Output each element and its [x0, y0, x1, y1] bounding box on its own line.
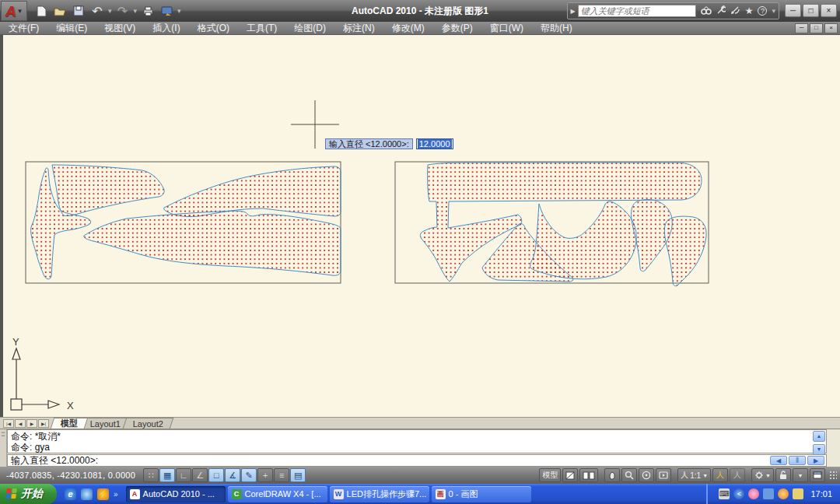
menu-help[interactable]: 帮助(H) — [532, 22, 581, 35]
drawing-quickview-button[interactable] — [579, 468, 598, 482]
undo-dropdown[interactable]: ▾ — [108, 7, 112, 15]
taskbar-task-paint[interactable]: 画 0 - 画图 — [432, 486, 531, 502]
tab-next-button[interactable]: ▶ — [26, 419, 37, 428]
statusbar-menu-button[interactable]: ▼ — [793, 468, 808, 482]
pattern-piece-right-teardrop-2[interactable] — [664, 216, 706, 286]
scroll-left-icon[interactable]: ◀ — [770, 456, 787, 465]
showmotion-button[interactable] — [656, 468, 671, 482]
tab-last-button[interactable]: ▶| — [38, 419, 49, 428]
new-file-button[interactable] — [33, 3, 49, 19]
dynamic-ucs-toggle[interactable]: ✎ — [241, 468, 257, 482]
command-line-hscrollbar[interactable]: ◀ ⫼ ▶ — [770, 456, 824, 465]
layout-quickview-button[interactable] — [562, 468, 578, 482]
scroll-right-icon[interactable]: ▶ — [807, 456, 824, 465]
model-space-button[interactable]: 模型 — [539, 468, 561, 482]
communication-center-icon[interactable] — [730, 5, 740, 16]
taskbar-task-coreldraw[interactable]: C CorelDRAW X4 - [... — [228, 486, 327, 502]
favorites-star-icon[interactable]: ★ — [745, 6, 754, 16]
minimize-button[interactable]: ─ — [785, 4, 801, 17]
pattern-piece-right-saddle[interactable] — [530, 201, 636, 279]
drawing-area[interactable]: Y X 输入直径 <12.0000>: 12.0000 — [0, 35, 840, 417]
lightning-app-icon[interactable]: ⚡ — [97, 488, 109, 500]
dynamic-input-toggle[interactable]: + — [257, 468, 273, 482]
undo-button[interactable]: ↶ — [89, 3, 105, 19]
hscroll-thumb[interactable]: ⫼ — [789, 456, 806, 465]
tab-prev-button[interactable]: ◀ — [15, 419, 26, 428]
zoom-button[interactable] — [621, 468, 637, 482]
command-input-line[interactable]: 输入直径 <12.0000>: ◀ ⫼ ▶ — [7, 454, 827, 467]
qq-orange-tray-icon[interactable] — [778, 488, 789, 499]
command-history-scrollbar[interactable]: ▲ ▼ — [813, 431, 825, 455]
annotation-scale-button[interactable]: 人 1:1 ▼ — [677, 468, 711, 482]
tab-layout2[interactable]: Layout2 — [123, 418, 174, 429]
toolbar-lock-button[interactable] — [775, 468, 791, 482]
redo-dropdown[interactable]: ▾ — [134, 7, 138, 15]
annotation-visibility-button[interactable]: 人 — [712, 468, 728, 482]
redo-button[interactable]: ↷ — [115, 3, 131, 19]
command-history[interactable]: 命令: *取消*命令: gya ▲ ▼ — [7, 429, 827, 453]
menu-dimension[interactable]: 标注(N) — [334, 22, 383, 35]
quick-launch-expand-icon[interactable]: » — [114, 490, 118, 499]
coordinate-readout[interactable]: -4037.0835, -4230.1081, 0.0000 — [6, 471, 135, 480]
tab-model[interactable]: 模型 — [51, 418, 89, 429]
annotation-autoscale-button[interactable]: 人 — [730, 468, 745, 482]
plot-preview-button[interactable] — [159, 3, 174, 19]
hide-tray-icons-chevron[interactable]: < — [733, 488, 744, 499]
menu-format[interactable]: 格式(O) — [189, 22, 238, 35]
menu-view[interactable]: 视图(V) — [96, 22, 144, 35]
scroll-up-icon[interactable]: ▲ — [813, 431, 825, 442]
workspace-switch-button[interactable]: ▼ — [751, 468, 774, 482]
qat-customize-dropdown[interactable]: ▾ — [177, 7, 181, 15]
open-file-button[interactable] — [52, 3, 68, 19]
quick-properties-toggle[interactable]: ▤ — [290, 468, 306, 482]
help-dropdown[interactable]: ▾ — [772, 7, 775, 15]
restore-button[interactable]: □ — [803, 4, 819, 17]
doc-restore-button[interactable]: □ — [810, 23, 823, 33]
search-expand-icon[interactable]: ▶ — [571, 8, 576, 15]
resize-grip[interactable] — [830, 471, 837, 479]
taskbar-task-word-doc[interactable]: W LED排孔操作步骤7... — [330, 486, 429, 502]
app-menu-button[interactable]: A ▼ — [1, 1, 27, 21]
menu-parametric[interactable]: 参数(P) — [433, 22, 481, 35]
network-tray-icon[interactable] — [763, 488, 774, 499]
menu-file[interactable]: 文件(F) — [0, 22, 47, 35]
subscription-wrench-icon[interactable] — [716, 5, 726, 16]
object-snap-toggle[interactable]: □ — [208, 468, 224, 482]
menu-insert[interactable]: 插入(I) — [144, 22, 188, 35]
pattern-piece-left-bottom-band[interactable] — [84, 211, 341, 275]
search-input[interactable] — [578, 5, 696, 17]
notes-tray-icon[interactable] — [793, 488, 803, 499]
doc-minimize-button[interactable]: ─ — [795, 23, 808, 33]
clock[interactable]: 17:01 — [810, 489, 832, 499]
ortho-mode-toggle[interactable]: ∟ — [176, 468, 191, 482]
doc-close-button[interactable]: × — [824, 23, 838, 33]
browser-globe-icon[interactable] — [81, 488, 93, 500]
snap-mode-toggle[interactable]: ∷ — [143, 468, 159, 482]
start-button[interactable]: 开始 — [0, 484, 57, 504]
menu-window[interactable]: 窗口(W) — [481, 22, 532, 35]
dynamic-input-field[interactable]: 12.0000 — [416, 138, 453, 149]
object-snap-tracking-toggle[interactable]: ∡ — [225, 468, 240, 482]
close-button[interactable]: × — [821, 4, 837, 17]
pan-button[interactable] — [604, 468, 620, 482]
internet-explorer-icon[interactable]: e — [65, 488, 76, 500]
menu-draw[interactable]: 绘图(D) — [285, 22, 334, 35]
search-binoculars-icon[interactable] — [701, 6, 712, 16]
steeringwheel-button[interactable] — [639, 468, 654, 482]
menu-modify[interactable]: 修改(M) — [383, 22, 433, 35]
taskbar-task-autocad[interactable]: A AutoCAD 2010 - ... — [126, 486, 226, 502]
plot-button[interactable] — [140, 3, 156, 19]
lineweight-toggle[interactable]: ≡ — [274, 468, 289, 482]
clean-screen-button[interactable] — [810, 468, 825, 482]
scroll-down-icon[interactable]: ▼ — [813, 444, 825, 455]
menu-tools[interactable]: 工具(T) — [238, 22, 285, 35]
grid-display-toggle[interactable]: ▦ — [159, 468, 175, 482]
qq-pink-tray-icon[interactable] — [748, 488, 759, 499]
keyboard-tray-icon[interactable]: ⌨ — [719, 488, 730, 499]
tab-first-button[interactable]: |◀ — [3, 419, 14, 428]
command-window-grip[interactable]: ▪▪▪▪ — [0, 429, 7, 467]
menu-edit[interactable]: 编辑(E) — [47, 22, 96, 35]
pattern-piece-left-upper-right-band[interactable] — [164, 166, 341, 217]
save-button[interactable] — [71, 3, 86, 19]
help-icon[interactable]: ? — [758, 6, 767, 16]
